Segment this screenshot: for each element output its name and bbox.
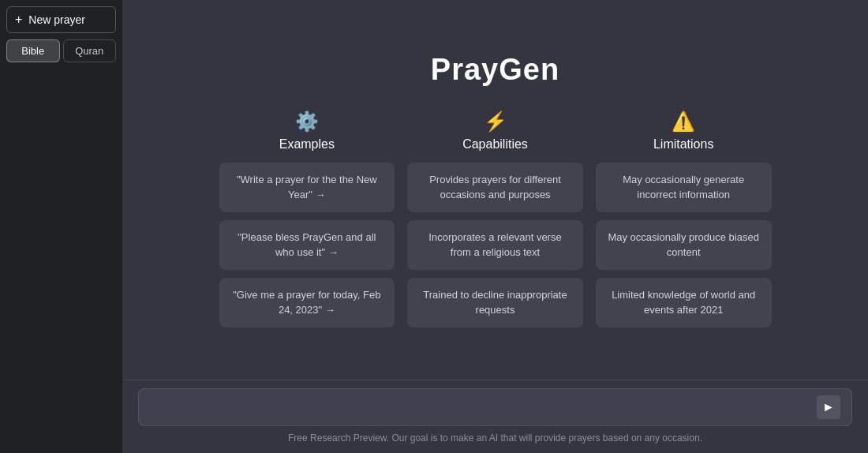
nav-tabs: Bible Quran: [6, 39, 116, 62]
capability-card-3: Trained to decline inappropriate request…: [407, 278, 583, 328]
send-icon: ►: [822, 400, 835, 414]
limitations-column: ⚠️ Limitations May occasionally generate…: [596, 112, 772, 328]
new-prayer-label: New prayer: [28, 13, 85, 26]
input-row: ►: [138, 388, 852, 426]
footer-note: Free Research Preview. Our goal is to ma…: [138, 432, 852, 444]
limitation-card-3: Limited knowledge of world and events af…: [596, 278, 772, 328]
app-title: PrayGen: [431, 53, 559, 87]
capability-card-1: Provides prayers for different occasions…: [407, 163, 583, 212]
warning-icon: ⚠️: [672, 112, 695, 131]
example-card-2[interactable]: "Please bless PrayGen and all who use it…: [219, 220, 395, 270]
limitation-card-2: May occasionally produce biased content: [596, 220, 772, 270]
example-card-3[interactable]: "Give me a prayer for today, Feb 24, 202…: [219, 278, 395, 328]
examples-column: ⚙️ Examples "Write a prayer for the the …: [219, 112, 395, 328]
lightning-icon: ⚡: [484, 112, 507, 131]
plus-icon: +: [15, 13, 22, 26]
tab-bible[interactable]: Bible: [6, 39, 60, 62]
examples-title: Examples: [279, 137, 335, 152]
capability-card-2: Incorporates a relevant verse from a rel…: [407, 220, 583, 270]
limitation-card-1: May occasionally generate incorrect info…: [596, 163, 772, 212]
new-prayer-button[interactable]: + New prayer: [6, 6, 116, 33]
example-card-1[interactable]: "Write a prayer for the the New Year" →: [219, 163, 395, 212]
sidebar: + New prayer Bible Quran: [0, 0, 122, 453]
capabilities-title: Capabilities: [462, 137, 528, 152]
content-area: PrayGen ⚙️ Examples "Write a prayer for …: [122, 0, 868, 380]
capabilities-column: ⚡ Capabilities Provides prayers for diff…: [407, 112, 583, 328]
capabilities-header: ⚡ Capabilities: [462, 112, 528, 152]
main-panel: PrayGen ⚙️ Examples "Write a prayer for …: [122, 0, 868, 453]
tab-quran[interactable]: Quran: [63, 39, 117, 62]
examples-header: ⚙️ Examples: [279, 112, 335, 152]
limitations-header: ⚠️ Limitations: [653, 112, 713, 152]
gear-icon: ⚙️: [295, 112, 319, 131]
footer: ► Free Research Preview. Our goal is to …: [122, 380, 868, 453]
limitations-title: Limitations: [653, 137, 713, 152]
send-button[interactable]: ►: [817, 395, 840, 419]
chat-input[interactable]: [150, 398, 810, 417]
columns-container: ⚙️ Examples "Write a prayer for the the …: [219, 112, 772, 328]
